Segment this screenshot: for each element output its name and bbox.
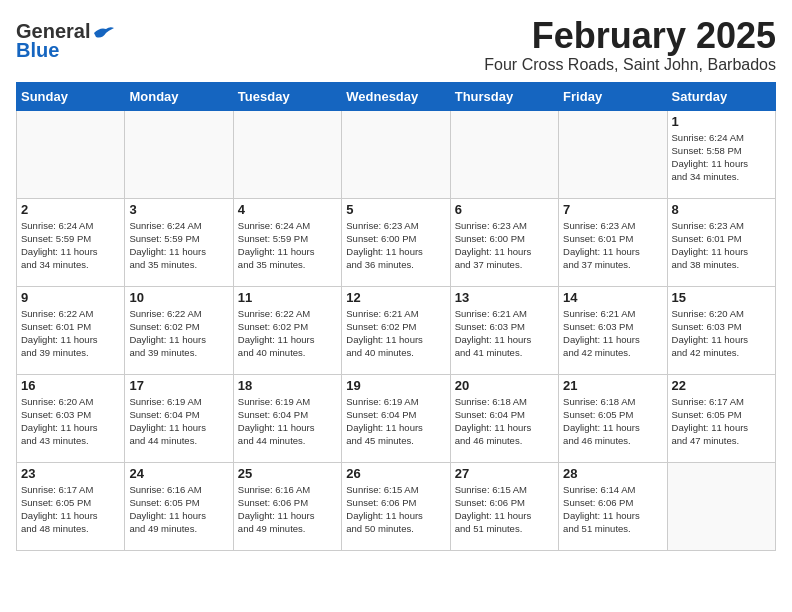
day-number: 4 bbox=[238, 202, 337, 217]
week-row-4: 16Sunrise: 6:20 AM Sunset: 6:03 PM Dayli… bbox=[17, 374, 776, 462]
day-number: 24 bbox=[129, 466, 228, 481]
day-cell bbox=[667, 462, 775, 550]
day-info: Sunrise: 6:15 AM Sunset: 6:06 PM Dayligh… bbox=[455, 483, 554, 536]
day-number: 18 bbox=[238, 378, 337, 393]
day-info: Sunrise: 6:19 AM Sunset: 6:04 PM Dayligh… bbox=[129, 395, 228, 448]
day-cell bbox=[342, 110, 450, 198]
day-cell: 24Sunrise: 6:16 AM Sunset: 6:05 PM Dayli… bbox=[125, 462, 233, 550]
month-year-title: February 2025 bbox=[484, 16, 776, 56]
day-info: Sunrise: 6:16 AM Sunset: 6:06 PM Dayligh… bbox=[238, 483, 337, 536]
day-cell bbox=[559, 110, 667, 198]
day-info: Sunrise: 6:16 AM Sunset: 6:05 PM Dayligh… bbox=[129, 483, 228, 536]
day-info: Sunrise: 6:24 AM Sunset: 5:59 PM Dayligh… bbox=[21, 219, 120, 272]
day-number: 23 bbox=[21, 466, 120, 481]
day-number: 9 bbox=[21, 290, 120, 305]
day-cell: 9Sunrise: 6:22 AM Sunset: 6:01 PM Daylig… bbox=[17, 286, 125, 374]
weekday-header-monday: Monday bbox=[125, 82, 233, 110]
day-number: 5 bbox=[346, 202, 445, 217]
day-cell: 11Sunrise: 6:22 AM Sunset: 6:02 PM Dayli… bbox=[233, 286, 341, 374]
day-info: Sunrise: 6:23 AM Sunset: 6:00 PM Dayligh… bbox=[455, 219, 554, 272]
day-info: Sunrise: 6:19 AM Sunset: 6:04 PM Dayligh… bbox=[238, 395, 337, 448]
day-cell: 4Sunrise: 6:24 AM Sunset: 5:59 PM Daylig… bbox=[233, 198, 341, 286]
day-cell: 16Sunrise: 6:20 AM Sunset: 6:03 PM Dayli… bbox=[17, 374, 125, 462]
day-number: 15 bbox=[672, 290, 771, 305]
day-info: Sunrise: 6:23 AM Sunset: 6:00 PM Dayligh… bbox=[346, 219, 445, 272]
day-cell: 19Sunrise: 6:19 AM Sunset: 6:04 PM Dayli… bbox=[342, 374, 450, 462]
day-info: Sunrise: 6:17 AM Sunset: 6:05 PM Dayligh… bbox=[21, 483, 120, 536]
day-cell bbox=[125, 110, 233, 198]
day-number: 2 bbox=[21, 202, 120, 217]
weekday-header-saturday: Saturday bbox=[667, 82, 775, 110]
day-info: Sunrise: 6:18 AM Sunset: 6:04 PM Dayligh… bbox=[455, 395, 554, 448]
day-info: Sunrise: 6:21 AM Sunset: 6:02 PM Dayligh… bbox=[346, 307, 445, 360]
day-info: Sunrise: 6:24 AM Sunset: 5:59 PM Dayligh… bbox=[238, 219, 337, 272]
day-info: Sunrise: 6:21 AM Sunset: 6:03 PM Dayligh… bbox=[563, 307, 662, 360]
day-number: 1 bbox=[672, 114, 771, 129]
weekday-row: SundayMondayTuesdayWednesdayThursdayFrid… bbox=[17, 82, 776, 110]
weekday-header-sunday: Sunday bbox=[17, 82, 125, 110]
day-number: 27 bbox=[455, 466, 554, 481]
weekday-header-friday: Friday bbox=[559, 82, 667, 110]
day-info: Sunrise: 6:15 AM Sunset: 6:06 PM Dayligh… bbox=[346, 483, 445, 536]
day-cell: 6Sunrise: 6:23 AM Sunset: 6:00 PM Daylig… bbox=[450, 198, 558, 286]
day-info: Sunrise: 6:24 AM Sunset: 5:59 PM Dayligh… bbox=[129, 219, 228, 272]
day-cell: 23Sunrise: 6:17 AM Sunset: 6:05 PM Dayli… bbox=[17, 462, 125, 550]
day-cell: 7Sunrise: 6:23 AM Sunset: 6:01 PM Daylig… bbox=[559, 198, 667, 286]
logo: General Blue bbox=[16, 20, 114, 62]
page-header: General Blue February 2025 Four Cross Ro… bbox=[16, 16, 776, 74]
week-row-2: 2Sunrise: 6:24 AM Sunset: 5:59 PM Daylig… bbox=[17, 198, 776, 286]
day-cell bbox=[17, 110, 125, 198]
day-number: 20 bbox=[455, 378, 554, 393]
week-row-1: 1Sunrise: 6:24 AM Sunset: 5:58 PM Daylig… bbox=[17, 110, 776, 198]
day-info: Sunrise: 6:14 AM Sunset: 6:06 PM Dayligh… bbox=[563, 483, 662, 536]
day-number: 21 bbox=[563, 378, 662, 393]
day-cell: 27Sunrise: 6:15 AM Sunset: 6:06 PM Dayli… bbox=[450, 462, 558, 550]
logo-bird-icon bbox=[92, 25, 114, 41]
calendar-table: SundayMondayTuesdayWednesdayThursdayFrid… bbox=[16, 82, 776, 551]
day-cell: 28Sunrise: 6:14 AM Sunset: 6:06 PM Dayli… bbox=[559, 462, 667, 550]
day-cell: 17Sunrise: 6:19 AM Sunset: 6:04 PM Dayli… bbox=[125, 374, 233, 462]
day-number: 22 bbox=[672, 378, 771, 393]
weekday-header-wednesday: Wednesday bbox=[342, 82, 450, 110]
day-number: 11 bbox=[238, 290, 337, 305]
day-cell: 18Sunrise: 6:19 AM Sunset: 6:04 PM Dayli… bbox=[233, 374, 341, 462]
day-number: 26 bbox=[346, 466, 445, 481]
day-cell: 26Sunrise: 6:15 AM Sunset: 6:06 PM Dayli… bbox=[342, 462, 450, 550]
day-info: Sunrise: 6:24 AM Sunset: 5:58 PM Dayligh… bbox=[672, 131, 771, 184]
day-cell: 20Sunrise: 6:18 AM Sunset: 6:04 PM Dayli… bbox=[450, 374, 558, 462]
day-number: 12 bbox=[346, 290, 445, 305]
location-subtitle: Four Cross Roads, Saint John, Barbados bbox=[484, 56, 776, 74]
day-info: Sunrise: 6:22 AM Sunset: 6:01 PM Dayligh… bbox=[21, 307, 120, 360]
day-info: Sunrise: 6:21 AM Sunset: 6:03 PM Dayligh… bbox=[455, 307, 554, 360]
day-number: 25 bbox=[238, 466, 337, 481]
day-cell: 1Sunrise: 6:24 AM Sunset: 5:58 PM Daylig… bbox=[667, 110, 775, 198]
day-cell: 21Sunrise: 6:18 AM Sunset: 6:05 PM Dayli… bbox=[559, 374, 667, 462]
day-cell: 10Sunrise: 6:22 AM Sunset: 6:02 PM Dayli… bbox=[125, 286, 233, 374]
day-cell: 12Sunrise: 6:21 AM Sunset: 6:02 PM Dayli… bbox=[342, 286, 450, 374]
week-row-3: 9Sunrise: 6:22 AM Sunset: 6:01 PM Daylig… bbox=[17, 286, 776, 374]
calendar-header: SundayMondayTuesdayWednesdayThursdayFrid… bbox=[17, 82, 776, 110]
day-cell: 2Sunrise: 6:24 AM Sunset: 5:59 PM Daylig… bbox=[17, 198, 125, 286]
day-cell bbox=[450, 110, 558, 198]
day-cell: 8Sunrise: 6:23 AM Sunset: 6:01 PM Daylig… bbox=[667, 198, 775, 286]
day-number: 28 bbox=[563, 466, 662, 481]
day-number: 14 bbox=[563, 290, 662, 305]
weekday-header-thursday: Thursday bbox=[450, 82, 558, 110]
day-cell: 15Sunrise: 6:20 AM Sunset: 6:03 PM Dayli… bbox=[667, 286, 775, 374]
day-info: Sunrise: 6:23 AM Sunset: 6:01 PM Dayligh… bbox=[672, 219, 771, 272]
day-info: Sunrise: 6:22 AM Sunset: 6:02 PM Dayligh… bbox=[238, 307, 337, 360]
day-number: 8 bbox=[672, 202, 771, 217]
day-info: Sunrise: 6:22 AM Sunset: 6:02 PM Dayligh… bbox=[129, 307, 228, 360]
day-cell: 25Sunrise: 6:16 AM Sunset: 6:06 PM Dayli… bbox=[233, 462, 341, 550]
day-info: Sunrise: 6:19 AM Sunset: 6:04 PM Dayligh… bbox=[346, 395, 445, 448]
day-number: 6 bbox=[455, 202, 554, 217]
day-number: 17 bbox=[129, 378, 228, 393]
day-info: Sunrise: 6:20 AM Sunset: 6:03 PM Dayligh… bbox=[21, 395, 120, 448]
day-cell: 3Sunrise: 6:24 AM Sunset: 5:59 PM Daylig… bbox=[125, 198, 233, 286]
day-number: 7 bbox=[563, 202, 662, 217]
day-info: Sunrise: 6:17 AM Sunset: 6:05 PM Dayligh… bbox=[672, 395, 771, 448]
day-info: Sunrise: 6:20 AM Sunset: 6:03 PM Dayligh… bbox=[672, 307, 771, 360]
day-number: 10 bbox=[129, 290, 228, 305]
day-number: 3 bbox=[129, 202, 228, 217]
logo-blue-text: Blue bbox=[16, 39, 59, 62]
